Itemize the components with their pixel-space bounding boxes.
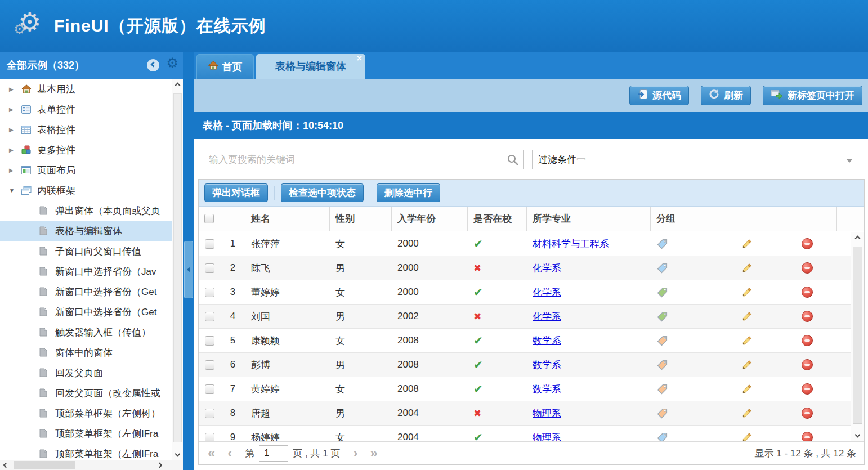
- edit-pencil-icon[interactable]: [741, 311, 753, 323]
- tab-grid-edit-window[interactable]: 表格与编辑窗体 ×: [256, 54, 365, 79]
- major-link[interactable]: 数学系: [533, 383, 561, 396]
- tag-icon[interactable]: [656, 262, 668, 274]
- edit-pencil-icon[interactable]: [741, 287, 753, 298]
- delete-row-icon[interactable]: [802, 359, 813, 370]
- grid-vertical-scrollbar[interactable]: [851, 232, 864, 441]
- row-checkbox[interactable]: [205, 288, 214, 297]
- tree-item[interactable]: ▶页面布局: [0, 160, 172, 180]
- edit-pencil-icon[interactable]: [741, 262, 753, 274]
- row-checkbox[interactable]: [205, 312, 214, 321]
- edit-pencil-icon[interactable]: [741, 359, 753, 371]
- edit-pencil-icon[interactable]: [741, 238, 753, 250]
- select-all-checkbox[interactable]: [204, 214, 214, 223]
- open-new-tab-button[interactable]: 新标签页中打开: [763, 86, 862, 105]
- tree-item[interactable]: 弹出窗体（本页面或父页: [0, 200, 172, 221]
- row-checkbox[interactable]: [205, 384, 214, 394]
- delete-row-icon[interactable]: [802, 432, 813, 441]
- row-checkbox[interactable]: [205, 263, 214, 273]
- delete-row-icon[interactable]: [802, 311, 813, 322]
- tab-home[interactable]: 首页: [196, 54, 254, 79]
- prev-page-icon[interactable]: ‹: [226, 446, 233, 460]
- expand-arrow-icon[interactable]: ▶: [9, 106, 17, 113]
- scroll-left-icon[interactable]: [3, 463, 9, 468]
- collapse-sidebar-handle[interactable]: [184, 241, 193, 298]
- tree-item[interactable]: 顶部菜单框架（左侧树）: [0, 403, 172, 423]
- tree-item[interactable]: 回发父页面: [0, 362, 172, 383]
- major-link[interactable]: 化学系: [533, 310, 561, 323]
- expand-arrow-icon[interactable]: ▶: [9, 127, 17, 133]
- row-checkbox[interactable]: [205, 360, 214, 370]
- scrollbar-thumb[interactable]: [173, 93, 182, 442]
- sidebar-horizontal-scrollbar[interactable]: [0, 460, 183, 470]
- tree-item[interactable]: ▶表单控件: [0, 99, 172, 119]
- delete-row-icon[interactable]: [802, 262, 813, 274]
- delete-row-icon[interactable]: [802, 383, 813, 395]
- edit-pencil-icon[interactable]: [741, 432, 753, 442]
- next-page-icon[interactable]: ›: [352, 446, 359, 460]
- tag-icon[interactable]: [656, 238, 668, 250]
- scroll-down-icon[interactable]: [175, 451, 181, 457]
- search-input[interactable]: [203, 150, 524, 169]
- major-link[interactable]: 物理系: [533, 407, 561, 420]
- first-page-icon[interactable]: «: [207, 446, 216, 460]
- sidebar-vertical-scrollbar[interactable]: [172, 79, 183, 460]
- tree-item[interactable]: ▼内联框架: [0, 180, 172, 200]
- scroll-right-icon[interactable]: [157, 463, 163, 468]
- tree-item[interactable]: 顶部菜单框架（左侧IFra: [0, 444, 172, 460]
- edit-pencil-icon[interactable]: [741, 408, 753, 419]
- page-number-input[interactable]: [259, 445, 288, 462]
- tag-icon[interactable]: [656, 311, 668, 323]
- scrollbar-thumb[interactable]: [853, 247, 862, 424]
- edit-pencil-icon[interactable]: [741, 335, 753, 347]
- major-link[interactable]: 化学系: [533, 262, 561, 275]
- expand-arrow-icon[interactable]: ▶: [9, 86, 17, 92]
- search-icon[interactable]: [507, 154, 518, 168]
- row-checkbox[interactable]: [205, 409, 214, 418]
- tree-item[interactable]: 新窗口中选择省份（Jav: [0, 261, 172, 281]
- delete-row-icon[interactable]: [802, 238, 813, 249]
- tag-icon[interactable]: [656, 335, 668, 347]
- check-selected-button[interactable]: 检查选中项状态: [281, 183, 364, 202]
- tree-item[interactable]: 窗体中的窗体: [0, 342, 172, 362]
- tree-item[interactable]: ▶表格控件: [0, 119, 172, 140]
- major-link[interactable]: 材料科学与工程系: [533, 238, 609, 250]
- expand-arrow-icon[interactable]: ▶: [9, 147, 17, 153]
- delete-row-icon[interactable]: [802, 335, 813, 346]
- source-code-button[interactable]: 源代码: [629, 86, 689, 105]
- tag-icon[interactable]: [656, 432, 668, 442]
- last-page-icon[interactable]: »: [369, 446, 378, 460]
- delete-row-icon[interactable]: [802, 287, 813, 298]
- gear-icon[interactable]: ⚙: [166, 56, 178, 70]
- tree-item[interactable]: 新窗口中选择省份（Get: [0, 302, 172, 322]
- major-link[interactable]: 化学系: [533, 286, 561, 299]
- major-link[interactable]: 数学系: [533, 334, 561, 347]
- refresh-button[interactable]: 刷新: [701, 86, 751, 105]
- tree-item[interactable]: 新窗口中选择省份（Get: [0, 281, 172, 302]
- major-link[interactable]: 数学系: [533, 359, 561, 371]
- collapse-arrow-icon[interactable]: ▼: [9, 187, 17, 194]
- tree-item[interactable]: 触发器输入框（传值）: [0, 322, 172, 342]
- major-link[interactable]: 物理系: [533, 431, 561, 442]
- tag-icon[interactable]: [656, 383, 668, 395]
- row-checkbox[interactable]: [205, 433, 214, 442]
- scroll-up-icon[interactable]: [855, 236, 861, 241]
- scrollbar-thumb[interactable]: [14, 461, 75, 469]
- delete-selected-button[interactable]: 删除选中行: [377, 183, 440, 202]
- tree-item[interactable]: 子窗口向父窗口传值: [0, 241, 172, 261]
- scroll-up-icon[interactable]: [175, 83, 181, 88]
- scroll-down-icon[interactable]: [855, 432, 861, 438]
- tree-item[interactable]: ▶基本用法: [0, 79, 172, 99]
- tag-icon[interactable]: [656, 287, 668, 298]
- tree-item[interactable]: ▶更多控件: [0, 140, 172, 160]
- filter-dropdown[interactable]: 过滤条件一: [532, 150, 860, 169]
- row-checkbox[interactable]: [205, 239, 214, 249]
- expand-arrow-icon[interactable]: ▶: [9, 167, 17, 173]
- tree-item[interactable]: 表格与编辑窗体: [0, 221, 172, 241]
- tag-icon[interactable]: [656, 359, 668, 371]
- close-icon[interactable]: ×: [357, 54, 362, 63]
- delete-row-icon[interactable]: [802, 408, 813, 419]
- tree-item[interactable]: 顶部菜单框架（左侧IFra: [0, 423, 172, 444]
- open-dialog-button[interactable]: 弹出对话框: [204, 183, 268, 202]
- back-circle-icon[interactable]: [147, 59, 159, 71]
- tree-item[interactable]: 回发父页面（改变属性或: [0, 383, 172, 403]
